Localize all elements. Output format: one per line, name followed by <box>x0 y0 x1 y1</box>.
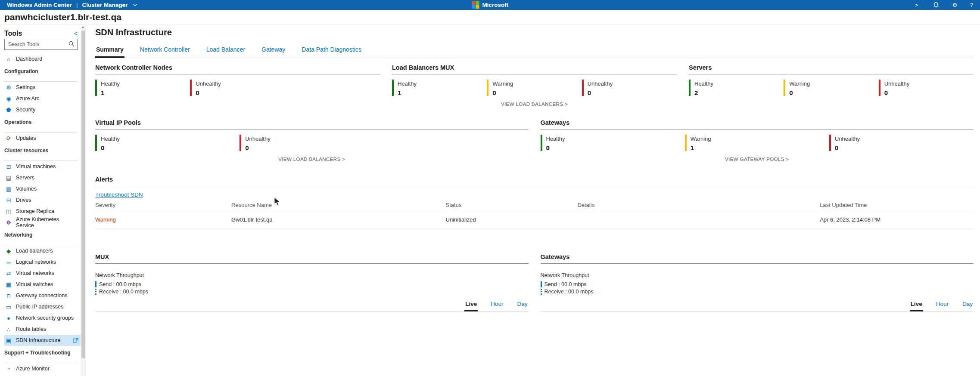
sidebar-item-azure-kubernetes-service[interactable]: ☸ Azure Kubernetes Service <box>4 217 78 228</box>
sidebar-item-azure-monitor[interactable]: ◔ Azure Monitor <box>4 363 78 374</box>
sidebar-item-sdn-infrastructure[interactable]: ▣ SDN Infrastructure <box>4 335 81 346</box>
sidebar-item-public-ip-addresses[interactable]: ▭ Public IP addresses <box>4 301 78 312</box>
tab-data-path-diagnostics[interactable]: Data Path Diagnostics <box>301 46 362 58</box>
stat-tile-healthy: Healthy 2 <box>689 80 784 96</box>
unhealthy-bar <box>582 80 584 96</box>
stat-tile-healthy: Healthy 1 <box>95 80 190 96</box>
sidebar-item-gateway-connections[interactable]: ⊓ Gateway connections <box>4 290 78 301</box>
sidebar-item-dashboard[interactable]: ⌂ Dashboard <box>4 53 78 65</box>
top-app-bar: Windows Admin Center | Cluster Manager M… <box>0 0 980 10</box>
alert-severity: Warning <box>95 216 231 223</box>
app-title[interactable]: Windows Admin Center <box>7 2 72 8</box>
stat-value: 1 <box>691 144 711 151</box>
view-load-balancers-link[interactable]: VIEW LOAD BALANCERS > <box>95 157 529 163</box>
alert-table-row[interactable]: Warning Gw01.blr-test.qa Uninitialized A… <box>95 212 974 228</box>
sidebar-item-network-security-groups[interactable]: ● Network security groups <box>4 312 78 324</box>
stat-value: 0 <box>101 144 120 151</box>
chevron-down-icon[interactable] <box>133 2 137 6</box>
range-day[interactable]: Day <box>516 301 528 311</box>
sidebar-group-operations: Operations <box>4 119 78 133</box>
stat-tile-unhealthy: Unhealthy 0 <box>240 135 384 151</box>
sidebar-item-label: Gateway connections <box>16 293 68 299</box>
sidebar-item-volumes[interactable]: ▥ Volumes <box>4 183 78 194</box>
scrollbar-thumb[interactable] <box>81 31 85 358</box>
microsoft-brand: Microsoft <box>472 0 508 10</box>
sidebar-item-route-tables[interactable]: ∴ Route tables <box>4 324 78 335</box>
sidebar-item-label: SDN Infrastructure <box>16 337 61 343</box>
receive-legend: Receive : 00.0 mbps <box>541 289 974 295</box>
scroll-up-icon[interactable]: ▲ <box>81 25 85 28</box>
view-load-balancers-link[interactable]: VIEW LOAD BALANCERS > <box>392 102 677 108</box>
view-gateway-pools-link[interactable]: VIEW GATEWAY POOLS > <box>541 157 974 163</box>
col-severity: Severity <box>95 202 231 208</box>
sidebar-item-load-balancers[interactable]: ◆ Load balancers <box>4 245 78 256</box>
tab-network-controller[interactable]: Network Controller <box>139 46 191 58</box>
warning-bar <box>487 80 488 96</box>
stat-label: Unhealthy <box>196 80 221 87</box>
settings-gear-icon[interactable]: ⚙ <box>952 2 957 8</box>
section-servers: Servers Healthy 2 Warning 0 <box>689 64 974 108</box>
stat-label: Healthy <box>398 80 417 87</box>
time-range-switcher: Live Hour Day <box>541 301 974 311</box>
range-hour[interactable]: Hour <box>490 301 504 311</box>
storage-replica-icon: ◫ <box>5 208 12 215</box>
sidebar-group-support-troubleshooting: Support + Troubleshooting <box>4 350 78 363</box>
stat-tile-warning: Warning 0 <box>784 80 878 96</box>
stat-tile-healthy: Healthy 0 <box>541 135 685 151</box>
sidebar-item-label: Volumes <box>16 186 37 192</box>
range-day[interactable]: Day <box>961 301 974 311</box>
notifications-bell-icon[interactable] <box>933 2 939 8</box>
title-separator: | <box>76 2 78 8</box>
range-hour[interactable]: Hour <box>935 301 949 311</box>
alert-last-updated: Apr 6, 2023, 2:14:08 PM <box>820 216 974 223</box>
sidebar-item-azure-arc[interactable]: ◉ Azure Arc <box>4 93 78 104</box>
stat-value: 0 <box>245 144 271 151</box>
sidebar-item-updates[interactable]: ⟳ Updates <box>4 133 78 144</box>
sidebar-item-label: Public IP addresses <box>16 304 63 310</box>
sidebar-item-storage-replica[interactable]: ◫ Storage Replica <box>4 206 78 217</box>
sidebar-item-logical-networks[interactable]: ⚌ Logical networks <box>4 256 78 268</box>
stat-label: Unhealthy <box>245 136 271 142</box>
virtual-machines-icon: ⊡ <box>5 163 12 170</box>
stat-tile-healthy: Healthy 0 <box>95 135 240 151</box>
collapse-sidebar-icon[interactable]: < <box>74 30 78 37</box>
popout-icon[interactable] <box>73 338 78 343</box>
sidebar-item-virtual-networks[interactable]: ⇄ Virtual networks <box>4 268 78 279</box>
send-legend: Send : 00.0 mbps <box>541 281 974 287</box>
servers-icon: ▤ <box>5 175 12 181</box>
sidebar-scrollbar[interactable]: ▲ <box>81 25 85 376</box>
stat-value: 0 <box>588 89 613 96</box>
range-live[interactable]: Live <box>464 301 478 311</box>
sidebar-item-servers[interactable]: ▤ Servers <box>4 172 78 183</box>
troubleshoot-sdn-link[interactable]: Troubleshoot SDN <box>95 191 143 198</box>
receive-legend: Receive : 00.0 mbps <box>95 289 529 295</box>
tab-load-balancer[interactable]: Load Balancer <box>205 46 246 58</box>
sidebar-item-security[interactable]: ⬟ Security <box>4 104 78 115</box>
col-resource-name: Resource Name <box>231 202 446 208</box>
sidebar-item-label: Updates <box>16 135 36 141</box>
metric-label: Network Throughput <box>541 272 974 278</box>
range-live[interactable]: Live <box>910 301 923 311</box>
alert-status: Uninitialized <box>446 216 578 223</box>
tab-summary[interactable]: Summary <box>95 46 124 58</box>
search-input[interactable] <box>4 39 78 50</box>
sidebar-item-label: Logical networks <box>16 259 56 265</box>
powershell-console-icon[interactable]: >_ <box>915 2 921 8</box>
alerts-title: Alerts <box>95 176 974 186</box>
section-title: Load Balancers MUX <box>392 64 677 74</box>
logical-networks-icon: ⚌ <box>5 259 12 265</box>
azure-arc-icon: ◉ <box>5 96 12 102</box>
solution-title[interactable]: Cluster Manager <box>82 2 128 8</box>
sidebar-group-configuration: Configuration <box>4 68 78 82</box>
help-icon[interactable]: ? <box>970 2 973 8</box>
sidebar-item-settings[interactable]: ⚙ Settings <box>4 82 78 93</box>
tab-gateway[interactable]: Gateway <box>261 46 286 58</box>
alerts-table-header: Severity Resource Name Status Details La… <box>95 200 974 212</box>
sidebar-item-label: Security <box>16 107 35 113</box>
sdn-infrastructure-icon: ▣ <box>5 337 12 344</box>
stat-value: 0 <box>884 89 910 96</box>
sidebar-item-diagnostics[interactable]: ▦ Diagnostics <box>4 374 78 376</box>
sidebar-item-drives[interactable]: ⊟ Drives <box>4 194 78 206</box>
sidebar-item-virtual-switches[interactable]: ▦ Virtual switches <box>4 279 78 290</box>
sidebar-item-virtual-machines[interactable]: ⊡ Virtual machines <box>4 161 78 172</box>
